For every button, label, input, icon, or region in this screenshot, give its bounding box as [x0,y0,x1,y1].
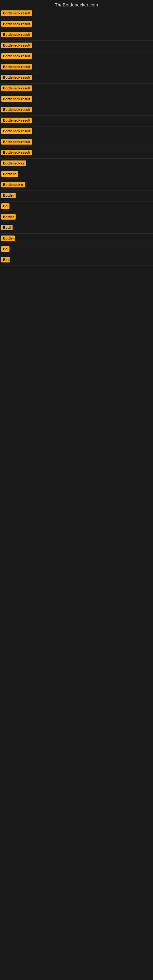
list-item: Bottleneck result [0,30,153,41]
bottleneck-result-badge[interactable]: Bottleneck result [1,43,32,48]
items-list: Bottleneck resultBottleneck resultBottle… [0,9,153,266]
bottleneck-result-badge[interactable]: Bottlenec [1,235,15,241]
list-item: Bottleneck e [0,180,153,191]
list-item: Bottleneck result [0,84,153,94]
bottleneck-result-badge[interactable]: Bottleneck result [1,128,32,134]
bottleneck-result-badge[interactable]: Bo [1,246,10,252]
bottleneck-result-badge[interactable]: Bottleneck result [1,150,32,155]
list-item: Bottleneck re [0,159,153,169]
list-item: Bottleneck result [0,105,153,116]
bottleneck-result-badge[interactable]: Bottlene [1,171,18,177]
list-item: Bottleneck result [0,137,153,148]
list-item: Bottleneck result [0,9,153,19]
bottleneck-result-badge[interactable]: Bottleneck result [1,75,32,80]
list-item: Bottleneck result [0,94,153,105]
list-item: Bottleneck result [0,51,153,62]
bottleneck-result-badge[interactable]: Bottleneck re [1,161,26,166]
list-item: Bottlenec [0,234,153,244]
bottleneck-result-badge[interactable]: Bottleneck result [1,64,32,70]
bottleneck-result-badge[interactable]: Bo [1,204,10,209]
bottleneck-result-badge[interactable]: Bottler [1,214,16,220]
list-item: Bottler [0,191,153,202]
list-item: Bottleneck result [0,62,153,73]
bottleneck-result-badge[interactable]: Bottle [1,257,10,262]
list-item: Bottlene [0,169,153,180]
list-item: Bottleneck result [0,19,153,30]
list-item: Bottleneck result [0,73,153,84]
bottleneck-result-badge[interactable]: Bottleneck result [1,107,32,112]
bottleneck-result-badge[interactable]: Bottleneck e [1,182,25,188]
list-item: Bottleneck result [0,126,153,137]
bottleneck-result-badge[interactable]: Bottl [1,225,13,230]
list-item: Bottleneck result [0,148,153,159]
bottleneck-result-badge[interactable]: Bottleneck result [1,21,32,27]
list-item: Bottleneck result [0,116,153,126]
list-item: Bottler [0,212,153,223]
bottleneck-result-badge[interactable]: Bottleneck result [1,96,32,102]
bottleneck-result-badge[interactable]: Bottleneck result [1,86,32,91]
bottleneck-result-badge[interactable]: Bottleneck result [1,53,32,59]
bottleneck-result-badge[interactable]: Bottler [1,192,16,198]
site-title: TheBottlenecker.com [0,0,153,9]
list-item: Bottl [0,223,153,234]
list-item: Bottleneck result [0,41,153,51]
bottleneck-result-badge[interactable]: Bottleneck result [1,118,32,123]
bottleneck-result-badge[interactable]: Bottleneck result [1,10,32,16]
bottleneck-result-badge[interactable]: Bottleneck result [1,139,32,145]
bottleneck-result-badge[interactable]: Bottleneck result [1,32,32,37]
list-item: Bottle [0,255,153,266]
list-item: Bo [0,202,153,212]
list-item: Bo [0,244,153,255]
